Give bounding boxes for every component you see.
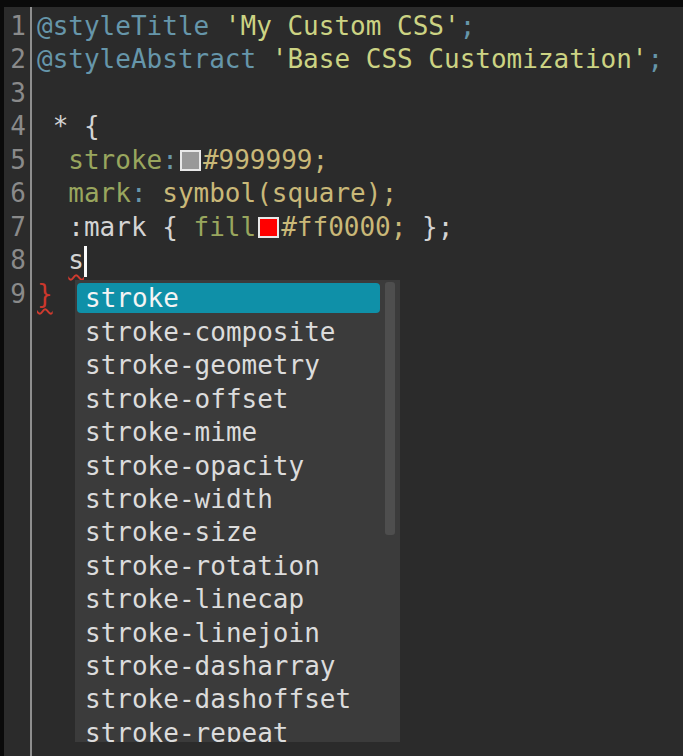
code-token: :: [131, 178, 147, 208]
code-line[interactable]: stroke:#999999;: [37, 144, 328, 177]
code-token: fill: [194, 212, 257, 242]
autocomplete-item[interactable]: stroke-dashoffset: [75, 683, 400, 716]
code-token: [147, 178, 163, 208]
code-token: [209, 11, 225, 41]
code-token: 'My Custom CSS': [225, 11, 460, 41]
code-token: #999999;: [203, 145, 328, 175]
window-edge-left: [0, 0, 4, 756]
code-editor-window: 123456789 @styleTitle 'My Custom CSS';@s…: [0, 0, 683, 756]
autocomplete-item[interactable]: stroke-linejoin: [75, 617, 400, 650]
code-token: s: [68, 245, 84, 275]
code-token: [37, 245, 68, 275]
code-token: stroke: [68, 145, 162, 175]
code-token: :mark {: [37, 212, 194, 242]
code-token: @styleTitle: [37, 11, 209, 41]
code-line[interactable]: * {: [37, 110, 100, 143]
autocomplete-item[interactable]: stroke-dasharray: [75, 650, 400, 683]
code-line[interactable]: @styleAbstract 'Base CSS Customization';: [37, 43, 663, 76]
code-line[interactable]: mark: symbol(square);: [37, 177, 397, 210]
autocomplete-item[interactable]: stroke-size: [75, 516, 400, 549]
gutter-separator: [30, 7, 32, 756]
code-token: mark: [68, 178, 131, 208]
code-token: #ff0000;: [281, 212, 406, 242]
autocomplete-item[interactable]: stroke-linecap: [75, 583, 400, 616]
autocomplete-item[interactable]: stroke-geometry: [75, 349, 400, 382]
code-token: ;: [648, 44, 664, 74]
code-line[interactable]: :mark { fill#ff0000; };: [37, 211, 453, 244]
autocomplete-popup: strokestroke-compositestroke-geometrystr…: [75, 280, 400, 742]
autocomplete-item[interactable]: stroke: [77, 283, 380, 313]
autocomplete-item[interactable]: stroke-mime: [75, 416, 400, 449]
code-token: * {: [37, 111, 100, 141]
autocomplete-item[interactable]: stroke-rotation: [75, 550, 400, 583]
code-token: [37, 145, 68, 175]
window-edge-top: [0, 0, 683, 7]
code-token: :: [162, 145, 178, 175]
autocomplete-item[interactable]: stroke-offset: [75, 383, 400, 416]
code-token: symbol(square);: [162, 178, 397, 208]
color-swatch-icon[interactable]: [180, 150, 201, 171]
code-token: ;: [460, 11, 476, 41]
text-cursor: [84, 246, 87, 277]
color-swatch-icon[interactable]: [258, 217, 279, 238]
autocomplete-item[interactable]: stroke-repeat: [75, 717, 400, 742]
code-line[interactable]: @styleTitle 'My Custom CSS';: [37, 10, 475, 43]
code-line[interactable]: s: [37, 244, 84, 277]
autocomplete-item[interactable]: stroke-opacity: [75, 450, 400, 483]
code-token: }: [37, 279, 53, 309]
code-token: };: [406, 212, 453, 242]
autocomplete-item[interactable]: stroke-width: [75, 483, 400, 516]
code-line[interactable]: }: [37, 278, 53, 311]
scrollbar-thumb[interactable]: [385, 282, 395, 535]
code-token: @styleAbstract: [37, 44, 256, 74]
autocomplete-item[interactable]: stroke-composite: [75, 316, 400, 349]
code-token: 'Base CSS Customization': [272, 44, 648, 74]
code-token: [256, 44, 272, 74]
code-token: [37, 178, 68, 208]
autocomplete-item-list: strokestroke-compositestroke-geometrystr…: [75, 283, 400, 742]
